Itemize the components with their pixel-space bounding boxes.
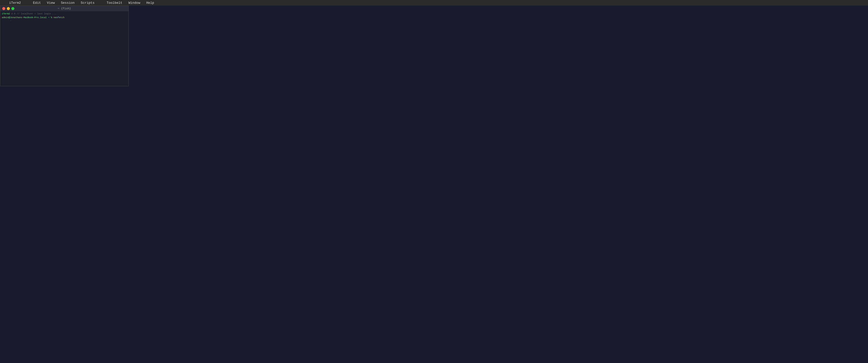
neofetch-output: . [2, 19, 127, 22]
terminal-content-neofetch: iTerm2 3.0 // localhost ~ last login ...… [0, 11, 128, 86]
minimize-btn[interactable] [7, 7, 10, 10]
window-controls[interactable] [2, 7, 14, 10]
menu-view[interactable]: View [46, 1, 56, 5]
terminal-title-bar-left-top: ~ {fish} [0, 6, 128, 11]
terminal-left-top: ~ {fish} iTerm2 3.0 // localhost ~ last … [0, 5, 129, 86]
menu-scripts[interactable]: Scripts [80, 1, 96, 5]
terminal-header-info: iTerm2 3.0 // localhost ~ last login ... [2, 12, 127, 15]
menu-help[interactable]: Help [145, 1, 155, 5]
close-btn[interactable] [2, 7, 5, 10]
neofetch-ascii-art: . [2, 19, 11, 22]
maximize-btn[interactable] [11, 7, 14, 10]
menubar: iTerm2 Edit View Session Scripts Toolbel… [0, 0, 868, 5]
menu-session[interactable]: Session [60, 1, 76, 5]
terminal-title: ~ {fish} [58, 7, 71, 10]
neofetch-prompt: admin@Jonathans-MacBook-Pro.local ~ % ne… [2, 16, 127, 20]
menu-window[interactable]: Window [127, 1, 141, 5]
menu-iterm2[interactable]: iTerm2 [8, 1, 22, 5]
menu-toolbelt[interactable]: Toolbelt [105, 1, 123, 5]
menu-edit[interactable]: Edit [32, 1, 42, 5]
